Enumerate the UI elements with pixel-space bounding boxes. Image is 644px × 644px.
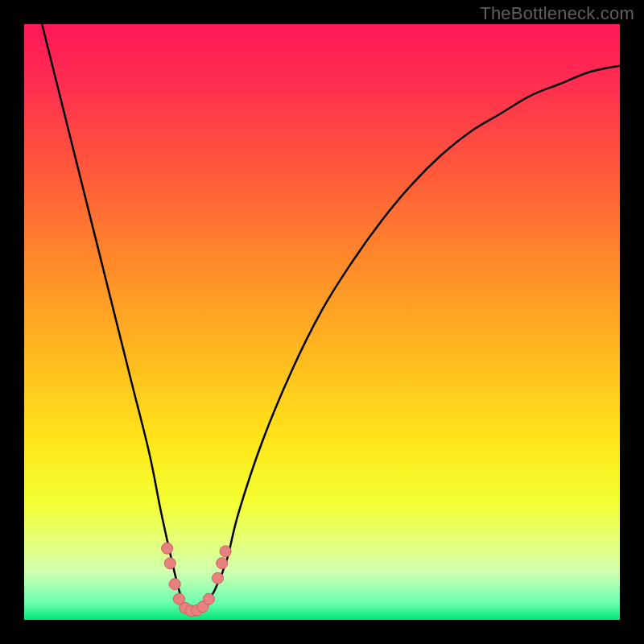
- plot-area: [24, 24, 620, 620]
- curve-marker: [217, 558, 228, 569]
- chart-frame: TheBottleneck.com: [0, 0, 644, 644]
- curve-marker: [213, 572, 224, 584]
- curve-marker: [220, 546, 231, 557]
- curve-markers: [162, 543, 232, 617]
- curve-marker: [203, 593, 214, 605]
- bottleneck-curve: [24, 24, 620, 615]
- curve-marker: [169, 579, 180, 590]
- curve-marker: [164, 558, 175, 569]
- curve-marker: [162, 543, 173, 554]
- chart-svg: [24, 24, 620, 620]
- watermark-text: TheBottleneck.com: [480, 3, 634, 24]
